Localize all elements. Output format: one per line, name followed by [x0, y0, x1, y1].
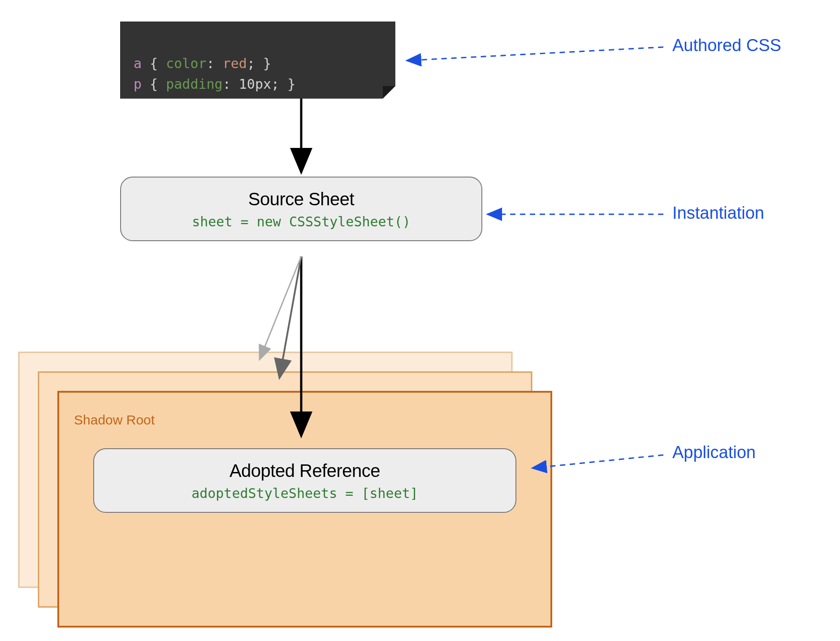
annotation-application: Application [672, 443, 756, 462]
source-sheet-title: Source Sheet [130, 189, 472, 209]
code-line2-prop: padding [166, 76, 222, 92]
svg-line-5 [280, 256, 301, 377]
page-fold-icon [383, 86, 395, 99]
authored-css-code-block: a { color: red; } p { padding: 10px; } [120, 22, 395, 99]
code-line1-selector: a [134, 56, 142, 71]
adopted-reference-code: adoptedStyleSheets = [sheet] [103, 485, 507, 501]
svg-line-6 [260, 256, 301, 359]
shadow-root-label: Shadow Root [74, 412, 155, 428]
svg-line-9 [533, 455, 663, 468]
code-line1-value: red [223, 56, 247, 71]
code-line1-prop: color [166, 56, 206, 71]
code-line2-selector: p [134, 76, 142, 92]
annotation-authored-css: Authored CSS [672, 36, 781, 55]
svg-line-7 [408, 47, 663, 61]
source-sheet-box: Source Sheet sheet = new CSSStyleSheet() [120, 177, 482, 241]
annotation-instantiation: Instantiation [672, 204, 764, 223]
source-sheet-code: sheet = new CSSStyleSheet() [130, 214, 472, 230]
adopted-reference-title: Adopted Reference [103, 461, 507, 481]
code-line2-value: 10px [239, 76, 271, 92]
adopted-reference-box: Adopted Reference adoptedStyleSheets = [… [93, 448, 516, 513]
